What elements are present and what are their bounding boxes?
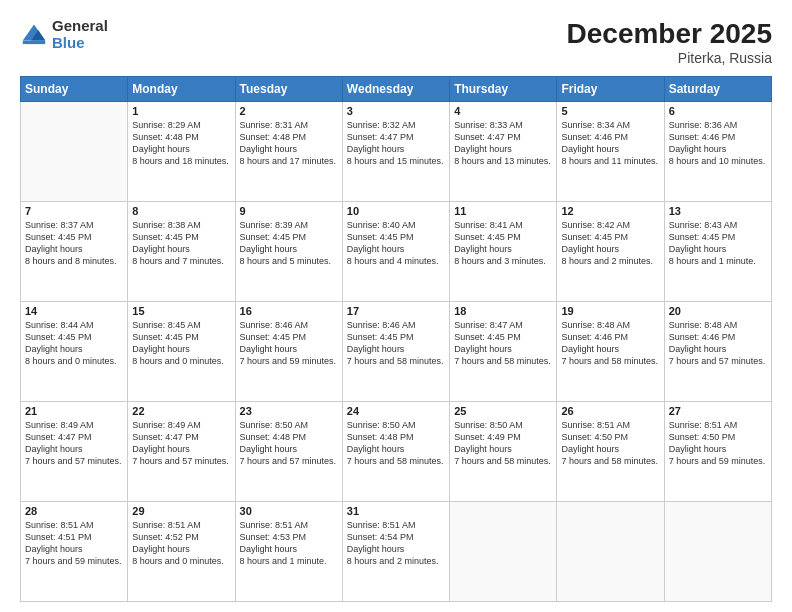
calendar-cell: 27Sunrise: 8:51 AMSunset: 4:50 PMDayligh… bbox=[664, 402, 771, 502]
day-number: 16 bbox=[240, 305, 338, 317]
calendar-cell: 6Sunrise: 8:36 AMSunset: 4:46 PMDaylight… bbox=[664, 102, 771, 202]
svg-rect-2 bbox=[23, 40, 45, 44]
day-number: 12 bbox=[561, 205, 659, 217]
day-number: 26 bbox=[561, 405, 659, 417]
day-number: 15 bbox=[132, 305, 230, 317]
calendar-cell: 19Sunrise: 8:48 AMSunset: 4:46 PMDayligh… bbox=[557, 302, 664, 402]
col-header-friday: Friday bbox=[557, 77, 664, 102]
day-info: Sunrise: 8:49 AMSunset: 4:47 PMDaylight … bbox=[132, 419, 230, 468]
calendar-week-row: 1Sunrise: 8:29 AMSunset: 4:48 PMDaylight… bbox=[21, 102, 772, 202]
calendar-cell: 21Sunrise: 8:49 AMSunset: 4:47 PMDayligh… bbox=[21, 402, 128, 502]
day-number: 4 bbox=[454, 105, 552, 117]
day-info: Sunrise: 8:32 AMSunset: 4:47 PMDaylight … bbox=[347, 119, 445, 168]
day-number: 2 bbox=[240, 105, 338, 117]
day-number: 13 bbox=[669, 205, 767, 217]
col-header-saturday: Saturday bbox=[664, 77, 771, 102]
calendar-week-row: 28Sunrise: 8:51 AMSunset: 4:51 PMDayligh… bbox=[21, 502, 772, 602]
logo-general: General bbox=[52, 18, 108, 35]
day-number: 11 bbox=[454, 205, 552, 217]
calendar-cell: 18Sunrise: 8:47 AMSunset: 4:45 PMDayligh… bbox=[450, 302, 557, 402]
calendar-cell: 31Sunrise: 8:51 AMSunset: 4:54 PMDayligh… bbox=[342, 502, 449, 602]
col-header-sunday: Sunday bbox=[21, 77, 128, 102]
day-number: 5 bbox=[561, 105, 659, 117]
day-info: Sunrise: 8:29 AMSunset: 4:48 PMDaylight … bbox=[132, 119, 230, 168]
day-info: Sunrise: 8:42 AMSunset: 4:45 PMDaylight … bbox=[561, 219, 659, 268]
calendar-cell: 24Sunrise: 8:50 AMSunset: 4:48 PMDayligh… bbox=[342, 402, 449, 502]
calendar-cell bbox=[664, 502, 771, 602]
calendar-cell: 9Sunrise: 8:39 AMSunset: 4:45 PMDaylight… bbox=[235, 202, 342, 302]
day-number: 1 bbox=[132, 105, 230, 117]
page-title: December 2025 bbox=[567, 18, 772, 50]
calendar-header-row: SundayMondayTuesdayWednesdayThursdayFrid… bbox=[21, 77, 772, 102]
calendar-cell: 10Sunrise: 8:40 AMSunset: 4:45 PMDayligh… bbox=[342, 202, 449, 302]
day-number: 31 bbox=[347, 505, 445, 517]
page-subtitle: Piterka, Russia bbox=[567, 50, 772, 66]
calendar-cell: 5Sunrise: 8:34 AMSunset: 4:46 PMDaylight… bbox=[557, 102, 664, 202]
day-number: 3 bbox=[347, 105, 445, 117]
day-number: 28 bbox=[25, 505, 123, 517]
calendar-cell: 3Sunrise: 8:32 AMSunset: 4:47 PMDaylight… bbox=[342, 102, 449, 202]
calendar-cell bbox=[557, 502, 664, 602]
day-info: Sunrise: 8:51 AMSunset: 4:50 PMDaylight … bbox=[561, 419, 659, 468]
col-header-thursday: Thursday bbox=[450, 77, 557, 102]
calendar-cell: 11Sunrise: 8:41 AMSunset: 4:45 PMDayligh… bbox=[450, 202, 557, 302]
calendar-cell: 8Sunrise: 8:38 AMSunset: 4:45 PMDaylight… bbox=[128, 202, 235, 302]
day-number: 19 bbox=[561, 305, 659, 317]
calendar-cell: 25Sunrise: 8:50 AMSunset: 4:49 PMDayligh… bbox=[450, 402, 557, 502]
day-info: Sunrise: 8:48 AMSunset: 4:46 PMDaylight … bbox=[669, 319, 767, 368]
day-number: 17 bbox=[347, 305, 445, 317]
calendar-cell: 4Sunrise: 8:33 AMSunset: 4:47 PMDaylight… bbox=[450, 102, 557, 202]
calendar-cell: 15Sunrise: 8:45 AMSunset: 4:45 PMDayligh… bbox=[128, 302, 235, 402]
calendar-cell: 17Sunrise: 8:46 AMSunset: 4:45 PMDayligh… bbox=[342, 302, 449, 402]
calendar-week-row: 14Sunrise: 8:44 AMSunset: 4:45 PMDayligh… bbox=[21, 302, 772, 402]
day-number: 21 bbox=[25, 405, 123, 417]
day-info: Sunrise: 8:31 AMSunset: 4:48 PMDaylight … bbox=[240, 119, 338, 168]
day-number: 20 bbox=[669, 305, 767, 317]
day-info: Sunrise: 8:39 AMSunset: 4:45 PMDaylight … bbox=[240, 219, 338, 268]
day-info: Sunrise: 8:51 AMSunset: 4:51 PMDaylight … bbox=[25, 519, 123, 568]
logo-icon bbox=[20, 21, 48, 49]
logo: General Blue bbox=[20, 18, 108, 51]
day-number: 27 bbox=[669, 405, 767, 417]
page: General Blue December 2025 Piterka, Russ… bbox=[0, 0, 792, 612]
day-number: 6 bbox=[669, 105, 767, 117]
calendar-cell: 23Sunrise: 8:50 AMSunset: 4:48 PMDayligh… bbox=[235, 402, 342, 502]
day-info: Sunrise: 8:46 AMSunset: 4:45 PMDaylight … bbox=[240, 319, 338, 368]
day-info: Sunrise: 8:33 AMSunset: 4:47 PMDaylight … bbox=[454, 119, 552, 168]
day-info: Sunrise: 8:47 AMSunset: 4:45 PMDaylight … bbox=[454, 319, 552, 368]
day-number: 22 bbox=[132, 405, 230, 417]
calendar-week-row: 7Sunrise: 8:37 AMSunset: 4:45 PMDaylight… bbox=[21, 202, 772, 302]
header: General Blue December 2025 Piterka, Russ… bbox=[20, 18, 772, 66]
day-info: Sunrise: 8:51 AMSunset: 4:54 PMDaylight … bbox=[347, 519, 445, 568]
day-info: Sunrise: 8:49 AMSunset: 4:47 PMDaylight … bbox=[25, 419, 123, 468]
day-info: Sunrise: 8:51 AMSunset: 4:53 PMDaylight … bbox=[240, 519, 338, 568]
calendar-cell: 2Sunrise: 8:31 AMSunset: 4:48 PMDaylight… bbox=[235, 102, 342, 202]
day-info: Sunrise: 8:50 AMSunset: 4:48 PMDaylight … bbox=[240, 419, 338, 468]
calendar-cell bbox=[21, 102, 128, 202]
calendar-table: SundayMondayTuesdayWednesdayThursdayFrid… bbox=[20, 76, 772, 602]
day-number: 24 bbox=[347, 405, 445, 417]
col-header-tuesday: Tuesday bbox=[235, 77, 342, 102]
calendar-cell: 7Sunrise: 8:37 AMSunset: 4:45 PMDaylight… bbox=[21, 202, 128, 302]
day-info: Sunrise: 8:50 AMSunset: 4:49 PMDaylight … bbox=[454, 419, 552, 468]
day-info: Sunrise: 8:37 AMSunset: 4:45 PMDaylight … bbox=[25, 219, 123, 268]
day-info: Sunrise: 8:41 AMSunset: 4:45 PMDaylight … bbox=[454, 219, 552, 268]
calendar-cell: 14Sunrise: 8:44 AMSunset: 4:45 PMDayligh… bbox=[21, 302, 128, 402]
day-info: Sunrise: 8:51 AMSunset: 4:52 PMDaylight … bbox=[132, 519, 230, 568]
calendar-cell: 30Sunrise: 8:51 AMSunset: 4:53 PMDayligh… bbox=[235, 502, 342, 602]
col-header-wednesday: Wednesday bbox=[342, 77, 449, 102]
day-info: Sunrise: 8:38 AMSunset: 4:45 PMDaylight … bbox=[132, 219, 230, 268]
day-info: Sunrise: 8:50 AMSunset: 4:48 PMDaylight … bbox=[347, 419, 445, 468]
calendar-cell bbox=[450, 502, 557, 602]
calendar-cell: 20Sunrise: 8:48 AMSunset: 4:46 PMDayligh… bbox=[664, 302, 771, 402]
logo-blue: Blue bbox=[52, 35, 108, 52]
calendar-cell: 26Sunrise: 8:51 AMSunset: 4:50 PMDayligh… bbox=[557, 402, 664, 502]
day-number: 7 bbox=[25, 205, 123, 217]
title-block: December 2025 Piterka, Russia bbox=[567, 18, 772, 66]
calendar-cell: 13Sunrise: 8:43 AMSunset: 4:45 PMDayligh… bbox=[664, 202, 771, 302]
day-number: 25 bbox=[454, 405, 552, 417]
day-number: 9 bbox=[240, 205, 338, 217]
day-number: 23 bbox=[240, 405, 338, 417]
day-number: 30 bbox=[240, 505, 338, 517]
day-number: 8 bbox=[132, 205, 230, 217]
